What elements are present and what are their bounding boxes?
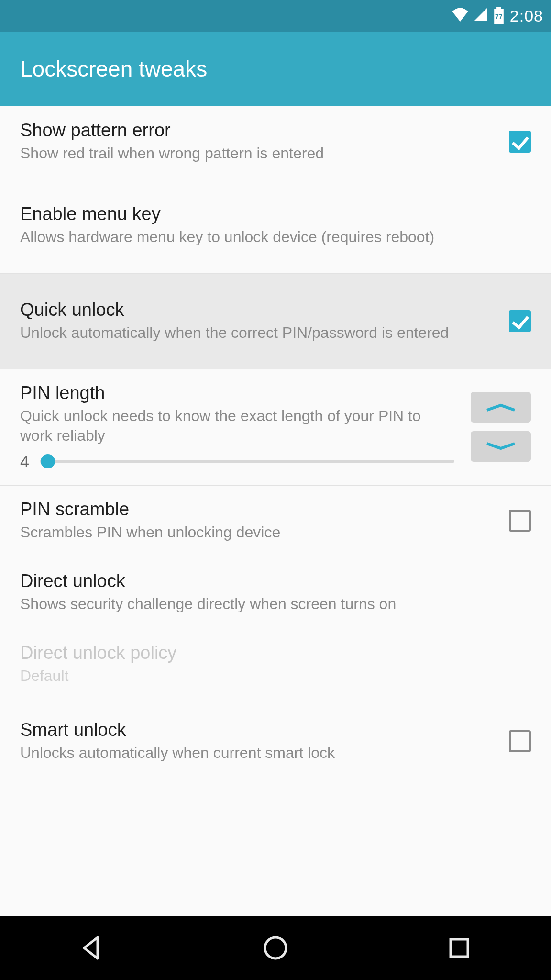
setting-subtitle: Unlock automatically when the correct PI…: [20, 323, 497, 343]
settings-list[interactable]: Show pattern error Show red trail when w…: [0, 106, 551, 916]
setting-title: Smart unlock: [20, 720, 497, 740]
setting-title: Direct unlock policy: [20, 643, 531, 663]
setting-title: Quick unlock: [20, 300, 497, 320]
status-bar: 77 2:08: [0, 0, 551, 32]
svg-point-0: [265, 937, 286, 958]
battery-icon: 77: [493, 7, 505, 24]
setting-subtitle: Unlocks automatically when current smart…: [20, 743, 497, 763]
page-title: Lockscreen tweaks: [20, 56, 207, 82]
setting-direct-unlock[interactable]: Direct unlock Shows security challenge d…: [0, 557, 551, 629]
setting-title: PIN scramble: [20, 499, 497, 520]
svg-rect-1: [451, 939, 468, 957]
setting-enable-menu-key[interactable]: Enable menu key Allows hardware menu key…: [0, 178, 551, 274]
setting-smart-unlock[interactable]: Smart unlock Unlocks automatically when …: [0, 701, 551, 773]
setting-title: PIN length: [20, 383, 454, 403]
setting-quick-unlock[interactable]: Quick unlock Unlock automatically when t…: [0, 274, 551, 369]
setting-show-pattern-error[interactable]: Show pattern error Show red trail when w…: [0, 106, 551, 178]
navigation-bar: [0, 916, 551, 980]
setting-subtitle: Default: [20, 666, 531, 686]
checkbox-pin-scramble[interactable]: [509, 510, 531, 532]
nav-back-button[interactable]: [75, 931, 109, 965]
setting-subtitle: Quick unlock needs to know the exact len…: [20, 406, 454, 445]
nav-home-button[interactable]: [259, 931, 292, 965]
nav-recent-button[interactable]: [442, 931, 476, 965]
checkbox-show-pattern-error[interactable]: [509, 131, 531, 153]
cell-signal-icon: [474, 7, 488, 25]
pin-length-increase-button[interactable]: [471, 392, 531, 423]
setting-subtitle: Scrambles PIN when unlocking device: [20, 523, 497, 542]
wifi-icon: [452, 7, 469, 25]
setting-direct-unlock-policy: Direct unlock policy Default: [0, 629, 551, 701]
checkbox-smart-unlock[interactable]: [509, 730, 531, 752]
setting-title: Direct unlock: [20, 571, 531, 591]
slider-thumb[interactable]: [41, 454, 55, 468]
setting-subtitle: Show red trail when wrong pattern is ent…: [20, 144, 497, 163]
pin-length-decrease-button[interactable]: [471, 431, 531, 462]
setting-pin-scramble[interactable]: PIN scramble Scrambles PIN when unlockin…: [0, 486, 551, 557]
setting-title: Enable menu key: [20, 204, 531, 224]
pin-length-value: 4: [20, 452, 29, 471]
checkbox-quick-unlock[interactable]: [509, 310, 531, 332]
pin-length-slider[interactable]: [40, 460, 454, 463]
app-bar: Lockscreen tweaks: [0, 32, 551, 106]
setting-title: Show pattern error: [20, 120, 497, 141]
setting-subtitle: Allows hardware menu key to unlock devic…: [20, 227, 531, 247]
battery-percent: 77: [495, 13, 503, 21]
setting-pin-length[interactable]: PIN length Quick unlock needs to know th…: [0, 369, 551, 486]
status-clock: 2:08: [510, 7, 543, 25]
setting-subtitle: Shows security challenge directly when s…: [20, 594, 531, 614]
